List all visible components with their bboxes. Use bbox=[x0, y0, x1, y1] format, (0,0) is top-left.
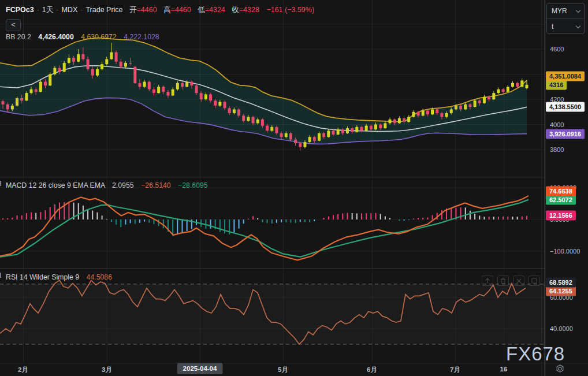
macd-axis-badge: 74.6638 bbox=[546, 186, 576, 196]
unit-selector[interactable]: t bbox=[547, 19, 584, 34]
price-axis-tick: 3800 bbox=[550, 146, 564, 153]
price-axis-tick: 4600 bbox=[550, 46, 564, 53]
macd-pane-handle[interactable] bbox=[0, 181, 1, 186]
change-value: −161 (−3.59%) bbox=[266, 6, 314, 14]
macd-hist-value: 2.0955 bbox=[112, 181, 134, 189]
currency-selector[interactable]: MYR bbox=[547, 3, 584, 18]
symbol-header: FCPOc3·1天·MDX·Trade Price 开=4460 高=4460 … bbox=[6, 5, 314, 15]
open-value: =4460 bbox=[137, 6, 157, 14]
price-axis-badge: 4,351.0084 bbox=[546, 71, 585, 81]
chevron-down-icon bbox=[576, 8, 580, 12]
bb-label: BB 20 2 bbox=[6, 33, 31, 41]
date-badge: 2025-04-04 bbox=[177, 363, 223, 374]
low-label: 低 bbox=[198, 6, 205, 14]
macd-axis-badge: 12.1566 bbox=[546, 211, 576, 221]
delete-pane-icon[interactable] bbox=[497, 276, 509, 286]
macd-label: MACD 12 26 close 9 EMA EMA bbox=[6, 181, 105, 189]
low-value: =4324 bbox=[205, 6, 225, 14]
chevron-left-icon: < bbox=[11, 21, 15, 29]
time-axis-label[interactable]: 2月 bbox=[18, 366, 28, 374]
macd-line-value: −26.5140 bbox=[141, 181, 171, 189]
symbol-name[interactable]: FCPOc3 bbox=[6, 6, 34, 14]
time-axis-label[interactable]: 5月 bbox=[278, 366, 288, 374]
time-axis-label[interactable]: 7月 bbox=[450, 366, 460, 374]
open-label: 开 bbox=[129, 6, 137, 14]
close-value: =4328 bbox=[239, 6, 259, 14]
move-pane-up-icon[interactable] bbox=[482, 276, 493, 286]
rsi-label: RSI 14 Wilder Simple 9 bbox=[6, 273, 79, 281]
time-axis-label[interactable]: 16 bbox=[500, 366, 508, 373]
back-button[interactable]: < bbox=[6, 19, 21, 31]
maximize-pane-icon[interactable] bbox=[529, 276, 540, 286]
pane-toolbar bbox=[482, 276, 540, 286]
trading-chart-app: FCPOc3·1天·MDX·Trade Price 开=4460 高=4460 … bbox=[0, 0, 588, 376]
watermark: FX678 bbox=[506, 343, 565, 365]
scale-settings-box: MYR t bbox=[546, 3, 585, 34]
close-pane-icon[interactable] bbox=[513, 276, 524, 286]
bb-indicator-row[interactable]: BB 20 2 4,426.4000 4,630.6972 4,222.1028 bbox=[6, 33, 159, 41]
time-axis-label[interactable]: 3月 bbox=[102, 366, 112, 374]
price-axis-badge: 4316 bbox=[546, 80, 567, 90]
bb-basis-value: 4,426.4000 bbox=[38, 33, 74, 41]
rsi-pane-handle[interactable] bbox=[0, 273, 1, 278]
price-axis-tick: 4000 bbox=[550, 121, 564, 128]
macd-signal-value: −28.6095 bbox=[178, 181, 208, 189]
rsi-axis-tick: 40.0000 bbox=[550, 325, 573, 332]
bb-upper-value: 4,630.6972 bbox=[81, 33, 117, 41]
currency-value: MYR bbox=[552, 7, 567, 15]
time-axis-label[interactable]: 6月 bbox=[367, 366, 377, 374]
rsi-axis-badge: 68.5892 bbox=[546, 277, 576, 287]
bb-lower-value: 4,222.1028 bbox=[124, 33, 159, 41]
close-label: 收 bbox=[232, 6, 239, 14]
rsi-axis-badge: 64.1255 bbox=[546, 286, 576, 296]
series-type-label: Trade Price bbox=[85, 6, 122, 14]
price-axis-badge: 4,138.5500 bbox=[546, 102, 585, 112]
gear-icon[interactable] bbox=[555, 364, 565, 376]
price-axis-badge: 3,926.0916 bbox=[546, 129, 585, 139]
high-label: 高 bbox=[163, 6, 171, 14]
rsi-indicator-row[interactable]: RSI 14 Wilder Simple 9 44.5086 bbox=[6, 273, 112, 281]
macd-axis-tick: −100.0000 bbox=[550, 248, 580, 255]
macd-axis-badge: 62.5072 bbox=[546, 195, 576, 204]
exchange-label[interactable]: MDX bbox=[61, 6, 77, 14]
chevron-down-icon bbox=[576, 23, 580, 28]
high-value: =4460 bbox=[171, 6, 191, 14]
interval-label[interactable]: 1天 bbox=[42, 6, 53, 14]
macd-indicator-row[interactable]: MACD 12 26 close 9 EMA EMA 2.0955 −26.51… bbox=[6, 181, 208, 189]
unit-value: t bbox=[552, 23, 553, 31]
rsi-value: 44.5086 bbox=[87, 273, 112, 281]
